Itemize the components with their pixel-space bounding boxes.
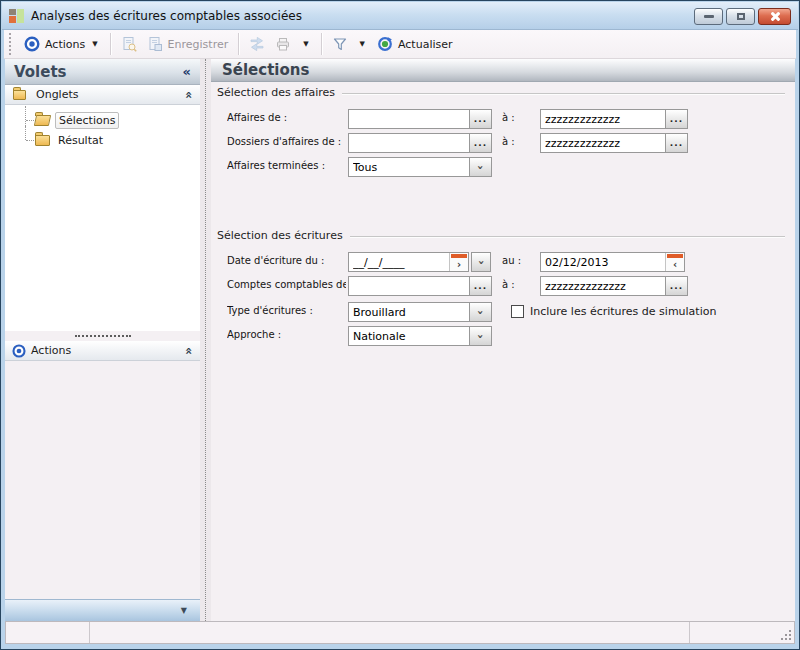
approche-select[interactable] — [348, 326, 470, 346]
preview-button[interactable] — [116, 33, 142, 55]
onglets-tree: Sélections Résultat — [5, 105, 200, 331]
vertical-splitter[interactable] — [200, 59, 211, 621]
chevron-down-icon: › — [474, 165, 487, 170]
row-affaires: Affaires de : ... à : ... — [211, 109, 795, 129]
filter-funnel-icon — [332, 36, 348, 52]
terminees-dropdown-button[interactable]: › — [470, 157, 492, 177]
collapse-section-icon[interactable]: « — [182, 347, 196, 355]
tree-item-resultat[interactable]: Résultat — [18, 130, 200, 150]
app-window: Analyses des écritures comptables associ… — [0, 0, 800, 650]
affaires-a-browse-button[interactable]: ... — [666, 109, 688, 129]
panel-down-button[interactable]: ▼ — [181, 606, 187, 615]
sidebar-title: Volets — [14, 63, 67, 81]
sidebar-filler — [5, 361, 200, 599]
main-panel: Sélections Sélection des affaires Affair… — [211, 59, 795, 621]
filter-button[interactable] — [327, 33, 353, 55]
content-area: Volets « Onglets « Sélections Résultat — [5, 59, 795, 621]
minimize-button[interactable] — [694, 8, 723, 25]
refresh-button[interactable]: Actualiser — [372, 33, 458, 55]
actions-label: Actions — [45, 38, 85, 51]
section-onglets-header[interactable]: Onglets « — [5, 85, 200, 105]
terminees-select[interactable] — [348, 157, 470, 177]
ellipsis-icon: ... — [474, 114, 487, 124]
chevron-down-icon: ▼ — [90, 40, 99, 48]
type-ecritures-select[interactable] — [348, 302, 470, 322]
group-divider — [350, 236, 785, 238]
ellipsis-icon: ... — [670, 114, 683, 124]
row-date: Date d'écriture du : › › au : — [211, 252, 795, 272]
date-du-calendar-button[interactable]: › — [449, 253, 468, 271]
type-ecritures-dropdown-button[interactable]: › — [470, 302, 492, 322]
sidebar-collapse-button[interactable]: « — [183, 64, 191, 79]
date-du-dropdown-button[interactable]: › — [471, 252, 491, 272]
date-du-input[interactable] — [349, 253, 449, 271]
sidebar-horizontal-splitter[interactable] — [5, 331, 200, 341]
toolbar-drag-handle[interactable] — [9, 33, 12, 55]
chevron-down-icon: › — [474, 334, 487, 339]
comptes-de-input[interactable] — [348, 276, 470, 296]
affaires-a-input[interactable] — [540, 109, 666, 129]
dossiers-a-browse-button[interactable]: ... — [666, 133, 688, 153]
save-button[interactable]: Enregistrer — [142, 33, 234, 55]
approche-dropdown-button[interactable]: › — [470, 326, 492, 346]
simulation-checkbox[interactable] — [511, 305, 524, 318]
row-approche: Approche : › — [211, 326, 795, 346]
toolbar-separator — [110, 33, 111, 55]
toolbar-separator — [238, 33, 239, 55]
tree-guide — [18, 130, 34, 150]
resize-grip[interactable] — [782, 631, 791, 640]
close-button[interactable] — [758, 8, 791, 25]
terminees-label: Affaires terminées : — [227, 160, 346, 171]
sync-button[interactable] — [244, 33, 270, 55]
chevron-down-icon: ▼ — [301, 40, 310, 48]
group-affaires-header: Sélection des affaires — [217, 86, 785, 99]
date-au-input[interactable] — [541, 253, 665, 271]
group-affaires-label: Sélection des affaires — [217, 86, 335, 99]
row-dossiers: Dossiers d'affaires de : ... à : ... — [211, 133, 795, 153]
collapse-section-icon[interactable]: « — [182, 91, 196, 99]
sidebar-bottom-bar: ▼ — [5, 599, 200, 621]
date-du-label: Date d'écriture du : — [227, 255, 346, 266]
simulation-checkbox-label[interactable]: Inclure les écritures de simulation — [530, 305, 716, 318]
comptes-a-input[interactable] — [540, 276, 666, 296]
print-dropdown-button[interactable]: ▼ — [296, 37, 315, 51]
folder-icon — [13, 90, 26, 100]
refresh-icon — [377, 36, 393, 52]
comptes-de-browse-button[interactable]: ... — [470, 276, 492, 296]
chevron-down-icon: › — [474, 310, 487, 315]
dossiers-de-input[interactable] — [348, 133, 470, 153]
ellipsis-icon: ... — [474, 138, 487, 148]
app-icon — [9, 9, 24, 23]
ellipsis-icon: ... — [474, 281, 487, 291]
sidebar-header: Volets « — [5, 59, 200, 85]
tree-item-selections[interactable]: Sélections — [18, 110, 200, 130]
type-ecritures-label: Type d'écritures : — [227, 305, 346, 316]
chevron-down-icon: › — [474, 260, 487, 265]
filter-dropdown-button[interactable]: ▼ — [353, 37, 372, 51]
date-au-calendar-button[interactable]: ‹ — [665, 253, 684, 271]
window-title: Analyses des écritures comptables associ… — [31, 9, 302, 23]
print-button[interactable] — [270, 33, 296, 55]
titlebar[interactable]: Analyses des écritures comptables associ… — [2, 2, 798, 30]
sync-arrows-icon — [249, 36, 265, 52]
row-comptes: Comptes comptables de : ... à : ... — [211, 276, 795, 296]
section-onglets-label: Onglets — [36, 88, 180, 101]
affaires-a-label: à : — [502, 112, 515, 123]
affaires-de-input[interactable] — [348, 109, 470, 129]
section-actions-header[interactable]: Actions « — [5, 341, 200, 361]
status-cell-right — [690, 622, 794, 643]
actions-menu-button[interactable]: Actions ▼ — [19, 33, 105, 55]
tree-guide — [18, 110, 34, 130]
section-actions-label: Actions — [31, 344, 180, 357]
dossiers-a-input[interactable] — [540, 133, 666, 153]
status-bar — [5, 621, 795, 644]
refresh-label: Actualiser — [398, 38, 453, 51]
status-cell-left — [6, 622, 90, 643]
dossiers-de-browse-button[interactable]: ... — [470, 133, 492, 153]
save-label: Enregistrer — [168, 38, 229, 51]
calendar-next-icon: › — [457, 258, 461, 271]
maximize-button[interactable] — [726, 8, 755, 25]
comptes-a-browse-button[interactable]: ... — [666, 276, 688, 296]
group-ecritures-header: Sélection des écritures — [217, 229, 785, 242]
affaires-de-browse-button[interactable]: ... — [470, 109, 492, 129]
